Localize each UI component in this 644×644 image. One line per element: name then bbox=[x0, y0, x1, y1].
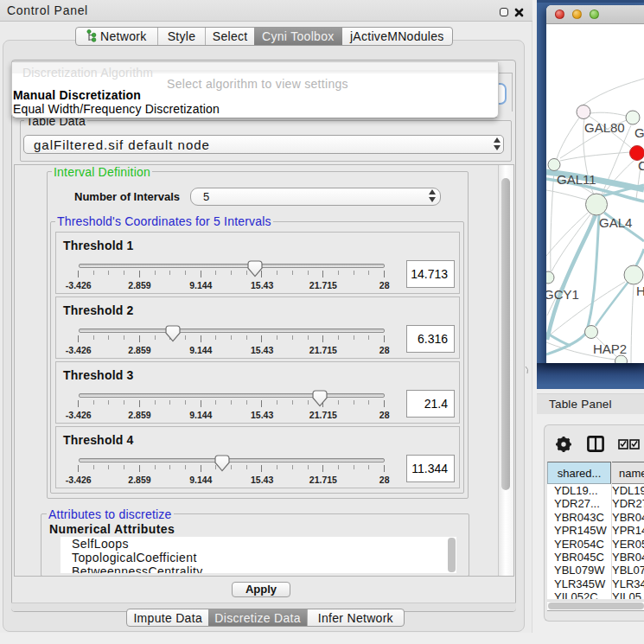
svg-text:GAL4: GAL4 bbox=[599, 215, 632, 230]
svg-text:GCY1: GCY1 bbox=[546, 287, 579, 302]
svg-text:GAL11: GAL11 bbox=[557, 172, 596, 187]
svg-text:GA: GA bbox=[634, 125, 644, 140]
svg-text:H: H bbox=[636, 284, 644, 298]
svg-text:HAP2: HAP2 bbox=[593, 341, 627, 356]
svg-text:GAL80: GAL80 bbox=[584, 120, 625, 135]
svg-text:C: C bbox=[638, 158, 644, 173]
